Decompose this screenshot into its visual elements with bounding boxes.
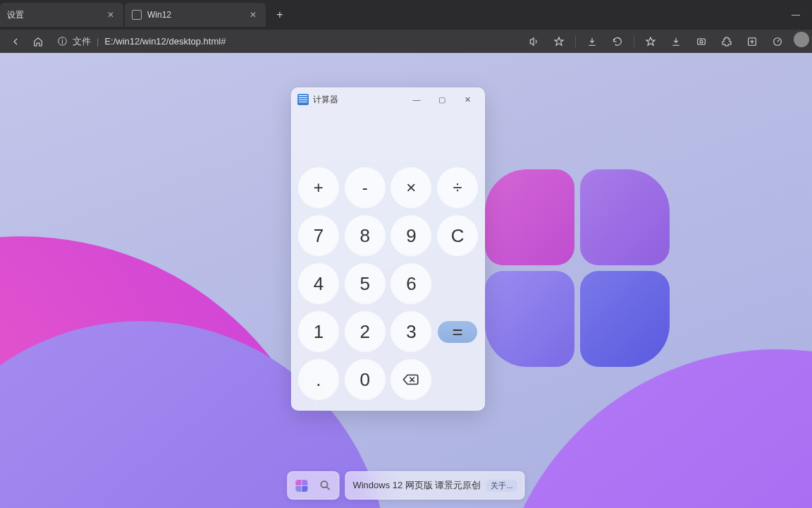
tab-title: Win12	[147, 10, 242, 20]
new-tab-button[interactable]: +	[270, 5, 290, 25]
avatar[interactable]	[794, 32, 809, 47]
close-icon[interactable]: ✕	[247, 10, 259, 20]
home-button[interactable]	[28, 32, 48, 52]
tab-win12[interactable]: Win12 ✕	[125, 3, 266, 27]
key-0[interactable]: 0	[345, 359, 386, 400]
address-bar: ⓘ 文件 | E:/win12/win12/desktop.html#	[0, 30, 812, 53]
about-button[interactable]: 关于...	[486, 480, 517, 492]
url-field[interactable]: ⓘ 文件 | E:/win12/win12/desktop.html#	[51, 32, 519, 52]
wallpaper-shape	[495, 349, 812, 508]
search-button[interactable]	[314, 475, 336, 496]
backspace-key[interactable]	[390, 359, 431, 400]
downloads-icon[interactable]	[580, 32, 604, 52]
collections-icon[interactable]	[740, 32, 764, 52]
refresh-icon[interactable]	[605, 32, 629, 52]
toolbar-right	[522, 32, 806, 52]
file-label: 文件	[73, 35, 91, 48]
calc-display	[292, 111, 484, 162]
minus-key[interactable]: -	[345, 167, 386, 208]
minimize-button[interactable]: —	[404, 90, 429, 109]
window-title: 计算器	[313, 94, 404, 106]
svg-rect-0	[698, 39, 706, 44]
search-icon	[319, 479, 331, 492]
windows-logo-icon	[295, 480, 307, 492]
svg-point-1	[700, 40, 703, 43]
tab-title: 设置	[7, 9, 99, 21]
close-button[interactable]: ✕	[455, 90, 480, 109]
titlebar[interactable]: 计算器 — ▢ ✕	[292, 88, 484, 111]
key-6[interactable]: 6	[390, 263, 431, 304]
url-text: E:/win12/win12/desktop.html#	[104, 36, 226, 47]
key-8[interactable]: 8	[345, 215, 386, 256]
keypad: + - × ÷ 7 8 9 C 4 5 6 = 1 2 3 . 0	[292, 162, 484, 410]
tab-settings[interactable]: 设置 ✕	[0, 3, 123, 27]
plus-key[interactable]: +	[298, 167, 339, 208]
favorite-icon[interactable]	[547, 32, 571, 52]
performance-icon[interactable]	[765, 32, 789, 52]
key-7[interactable]: 7	[298, 215, 339, 256]
browser-chrome: 设置 ✕ Win12 ✕ + — ⓘ 文件 | E:/win12/win12/d…	[0, 0, 812, 53]
calculator-icon	[297, 94, 309, 105]
windows-logo	[485, 169, 670, 367]
taskbar: Windows 12 网页版 谭景元原创 关于...	[287, 471, 524, 500]
extensions-icon[interactable]	[715, 32, 739, 52]
close-icon[interactable]: ✕	[105, 10, 116, 20]
tab-strip: 设置 ✕ Win12 ✕ + —	[0, 0, 812, 30]
key-1[interactable]: 1	[298, 311, 339, 352]
decimal-key[interactable]: .	[298, 359, 339, 400]
site-info-icon[interactable]: ⓘ	[58, 35, 67, 48]
key-4[interactable]: 4	[298, 263, 339, 304]
minimize-button[interactable]: —	[780, 0, 812, 30]
backspace-icon	[402, 372, 420, 387]
key-2[interactable]: 2	[345, 311, 386, 352]
read-aloud-icon[interactable]	[522, 32, 546, 52]
download-icon[interactable]	[664, 32, 688, 52]
key-5[interactable]: 5	[345, 263, 386, 304]
taskbar-title: Windows 12 网页版 谭景元原创	[352, 479, 481, 492]
maximize-button[interactable]: ▢	[429, 90, 455, 109]
clear-key[interactable]: C	[437, 215, 478, 256]
window-controls: —	[780, 0, 812, 30]
multiply-key[interactable]: ×	[390, 167, 431, 208]
taskbar-title-group[interactable]: Windows 12 网页版 谭景元原创 关于...	[345, 471, 524, 500]
favorites-bar-icon[interactable]	[639, 32, 663, 52]
taskbar-left	[287, 471, 339, 500]
equals-key[interactable]: =	[438, 321, 477, 343]
calculator-window: 计算器 — ▢ ✕ + - × ÷ 7 8 9 C 4 5 6 = 1 2 3 …	[291, 87, 485, 411]
key-3[interactable]: 3	[390, 311, 431, 352]
svg-point-4	[321, 481, 327, 488]
back-button[interactable]	[6, 32, 25, 52]
page-icon	[132, 10, 142, 20]
start-button[interactable]	[290, 475, 312, 496]
screenshot-icon[interactable]	[689, 32, 713, 52]
key-9[interactable]: 9	[390, 215, 431, 256]
divide-key[interactable]: ÷	[437, 167, 478, 208]
